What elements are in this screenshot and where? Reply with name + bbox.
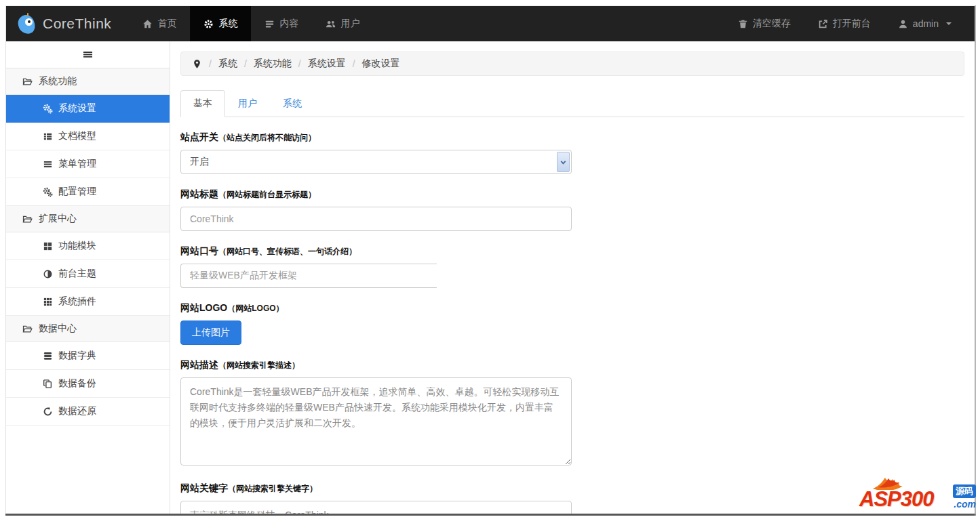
breadcrumb-separator: / [209,58,212,69]
chevron-down-icon [946,22,952,25]
sidebar-item-modules[interactable]: 功能模块 [6,232,170,260]
sidebar-item-plugins[interactable]: 系统插件 [6,288,170,316]
field-label-site-keywords: 网站关键字（网站搜索引擎关键字） [180,482,964,495]
item-label: 菜单管理 [58,158,96,170]
site-title-input[interactable] [180,207,572,231]
label-hint: （站点关闭后将不能访问） [218,133,316,142]
sidebar-group-data[interactable]: 数据中心 [6,316,170,342]
sidebar-group-system[interactable]: 系统功能 [6,68,170,95]
adjust-icon [43,269,53,279]
site-switch-select[interactable]: 开启 [180,150,572,174]
th-large-icon [43,241,53,251]
item-label: 数据还原 [58,405,96,417]
refresh-icon [43,407,53,417]
label-text: 网站标题 [180,188,218,199]
nav-item-content[interactable]: 内容 [251,6,312,41]
settings-form: 站点开关（站点关闭后将不能访问） 开启 网站标题（网站标题前台显示标题） 网站口… [180,131,964,514]
label-hint: （网站标题前台显示标题） [218,190,316,199]
sidebar-item-data-restore[interactable]: 数据还原 [6,398,170,426]
item-label: 数据备份 [58,377,96,390]
folder-open-icon [22,214,33,224]
th-icon [43,297,53,307]
site-slogan-input[interactable] [180,264,437,288]
breadcrumb-separator: / [298,58,301,69]
site-description-textarea[interactable]: CoreThink是一套轻量级WEB产品开发框架，追求简单、高效、卓越。可轻松实… [180,377,572,466]
sidebar-item-data-backup[interactable]: 数据备份 [6,370,170,398]
users-icon [326,19,336,29]
home-icon [142,19,153,29]
nav-label: 打开前台 [833,18,871,30]
item-label: 数据字典 [58,350,96,362]
breadcrumb-item-system-settings[interactable]: 系统设置 [308,58,346,70]
label-text: 网站描述 [180,359,218,370]
gears-icon [43,104,53,114]
nav-label: 清空缓存 [753,18,791,30]
nav-label: 内容 [279,18,298,30]
app-window: CoreThink 首页 系统 内容 用户 清空缓存 [5,5,975,514]
upload-image-button[interactable]: 上传图片 [180,320,241,345]
gears-icon [43,187,53,197]
breadcrumb-item-system-functions[interactable]: 系统功能 [254,58,292,70]
brand-name: CoreThink [43,16,111,32]
group-label: 系统功能 [39,75,77,87]
sidebar-item-document-model[interactable]: 文档模型 [6,123,170,150]
item-label: 功能模块 [58,240,96,252]
hamburger-icon [83,49,93,60]
folder-open-icon [22,324,33,334]
breadcrumb-item-edit-settings[interactable]: 修改设置 [362,58,400,70]
select-chevron-down-icon[interactable] [557,152,570,172]
label-text: 站点开关 [180,131,218,142]
label-text: 网站关键字 [180,482,228,493]
field-label-site-slogan: 网站口号（网站口号、宣传标语、一句话介绍） [180,245,964,257]
settings-tabs: 基本 用户 系统 [180,90,964,117]
brand-logo[interactable]: CoreThink [6,6,129,41]
nav-label: 用户 [340,18,359,30]
breadcrumb-separator: / [353,58,355,69]
nav-item-home[interactable]: 首页 [129,6,190,41]
breadcrumb-item-system[interactable]: 系统 [218,58,237,70]
trash-icon [738,19,748,29]
external-link-icon [818,19,828,29]
menu-lines-icon [43,159,53,169]
label-hint: （网站LOGO） [227,304,283,313]
tab-user[interactable]: 用户 [225,90,270,117]
tab-basic[interactable]: 基本 [180,90,225,117]
label-hint: （网站搜索引擎关键字） [228,484,317,493]
open-frontend-button[interactable]: 打开前台 [804,6,884,41]
field-label-site-description: 网站描述（网站搜索引擎描述） [180,359,964,371]
nav-label: 首页 [157,18,176,30]
nav-item-system[interactable]: 系统 [190,6,251,41]
main-nav: 首页 系统 内容 用户 [129,6,373,41]
item-label: 文档模型 [58,130,96,142]
user-menu[interactable]: admin [884,6,965,41]
sidebar-item-menu-manage[interactable]: 菜单管理 [6,150,170,178]
label-hint: （网站搜索引擎描述） [218,360,300,370]
nav-item-users[interactable]: 用户 [312,6,373,41]
group-label: 扩展中心 [39,213,77,225]
site-keywords-textarea[interactable]: 南京科斯克网络科技、CoreThink [180,501,572,514]
copy-icon [43,379,53,389]
th-list-icon [43,131,53,142]
map-marker-icon [192,59,202,69]
sidebar-item-data-dictionary[interactable]: 数据字典 [6,342,170,370]
sidebar-collapse-button[interactable] [6,41,170,68]
sidebar-group-extension[interactable]: 扩展中心 [6,206,170,232]
field-label-site-title: 网站标题（网站标题前台显示标题） [180,188,964,201]
selected-option: 开启 [190,156,209,168]
main-content: / 系统 / 系统功能 / 系统设置 / 修改设置 基本 用户 系统 站点开关（… [170,41,975,514]
top-navbar: CoreThink 首页 系统 内容 用户 清空缓存 [6,6,975,41]
user-icon [898,19,908,29]
sidebar-item-system-settings[interactable]: 系统设置 [6,95,170,123]
nav-label: 系统 [218,18,237,30]
item-label: 前台主题 [58,268,96,280]
sidebar-item-themes[interactable]: 前台主题 [6,260,170,288]
clear-cache-button[interactable]: 清空缓存 [724,6,804,41]
item-label: 配置管理 [58,186,96,198]
tab-system[interactable]: 系统 [270,90,315,117]
field-label-site-switch: 站点开关（站点关闭后将不能访问） [180,131,964,144]
label-text: 网站LOGO [180,302,227,313]
group-label: 数据中心 [39,323,77,335]
item-label: 系统设置 [58,102,96,115]
sidebar-item-config-manage[interactable]: 配置管理 [6,178,170,206]
folder-open-icon [22,77,33,87]
